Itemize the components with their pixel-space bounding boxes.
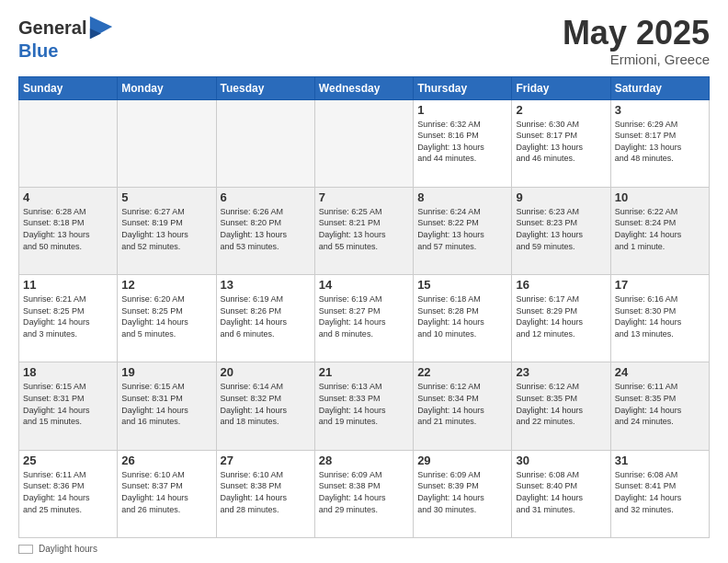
- day-info: Sunrise: 6:14 AM Sunset: 8:32 PM Dayligh…: [221, 381, 311, 427]
- table-row: 31Sunrise: 6:08 AM Sunset: 8:41 PM Dayli…: [610, 450, 709, 537]
- day-number: 1: [417, 103, 507, 117]
- table-row: 15Sunrise: 6:18 AM Sunset: 8:28 PM Dayli…: [414, 275, 512, 362]
- header-tuesday: Tuesday: [216, 76, 314, 99]
- table-row: [19, 99, 118, 187]
- table-row: 25Sunrise: 6:11 AM Sunset: 8:36 PM Dayli…: [19, 450, 118, 537]
- day-info: Sunrise: 6:17 AM Sunset: 8:29 PM Dayligh…: [516, 293, 606, 339]
- day-number: 10: [615, 190, 705, 204]
- day-info: Sunrise: 6:12 AM Sunset: 8:35 PM Dayligh…: [516, 381, 606, 427]
- day-number: 4: [23, 190, 113, 204]
- calendar-week-row: 11Sunrise: 6:21 AM Sunset: 8:25 PM Dayli…: [19, 275, 710, 362]
- table-row: 22Sunrise: 6:12 AM Sunset: 8:34 PM Dayli…: [414, 362, 512, 450]
- day-info: Sunrise: 6:12 AM Sunset: 8:34 PM Dayligh…: [417, 381, 507, 427]
- day-number: 13: [221, 278, 311, 292]
- day-number: 23: [516, 365, 606, 379]
- page: General Blue May 2025 Ermioni, Greece Su…: [0, 0, 728, 563]
- table-row: 5Sunrise: 6:27 AM Sunset: 8:19 PM Daylig…: [118, 187, 216, 274]
- day-info: Sunrise: 6:21 AM Sunset: 8:25 PM Dayligh…: [23, 293, 113, 339]
- day-number: 31: [615, 454, 705, 467]
- table-row: 21Sunrise: 6:13 AM Sunset: 8:33 PM Dayli…: [314, 362, 413, 450]
- table-row: 11Sunrise: 6:21 AM Sunset: 8:25 PM Dayli…: [19, 275, 118, 362]
- day-info: Sunrise: 6:28 AM Sunset: 8:18 PM Dayligh…: [23, 206, 113, 252]
- day-info: Sunrise: 6:29 AM Sunset: 8:17 PM Dayligh…: [615, 119, 705, 165]
- day-info: Sunrise: 6:08 AM Sunset: 8:40 PM Dayligh…: [516, 469, 606, 515]
- day-info: Sunrise: 6:15 AM Sunset: 8:31 PM Dayligh…: [23, 381, 113, 427]
- day-number: 8: [417, 190, 507, 204]
- calendar-week-row: 4Sunrise: 6:28 AM Sunset: 8:18 PM Daylig…: [19, 187, 710, 274]
- day-number: 28: [319, 454, 409, 467]
- day-info: Sunrise: 6:32 AM Sunset: 8:16 PM Dayligh…: [417, 119, 507, 165]
- day-number: 16: [516, 278, 606, 292]
- day-info: Sunrise: 6:22 AM Sunset: 8:24 PM Dayligh…: [615, 206, 705, 252]
- table-row: 8Sunrise: 6:24 AM Sunset: 8:22 PM Daylig…: [414, 187, 512, 274]
- day-info: Sunrise: 6:24 AM Sunset: 8:22 PM Dayligh…: [417, 206, 507, 252]
- day-info: Sunrise: 6:10 AM Sunset: 8:37 PM Dayligh…: [121, 469, 211, 515]
- table-row: [314, 99, 413, 187]
- daylight-box: [18, 545, 33, 554]
- day-number: 12: [121, 278, 211, 292]
- day-number: 9: [516, 190, 606, 204]
- table-row: 7Sunrise: 6:25 AM Sunset: 8:21 PM Daylig…: [314, 187, 413, 274]
- table-row: 27Sunrise: 6:10 AM Sunset: 8:38 PM Dayli…: [216, 450, 314, 537]
- day-number: 29: [417, 454, 507, 467]
- day-info: Sunrise: 6:09 AM Sunset: 8:39 PM Dayligh…: [417, 469, 507, 515]
- daylight-label: Daylight hours: [39, 544, 97, 554]
- table-row: 3Sunrise: 6:29 AM Sunset: 8:17 PM Daylig…: [610, 99, 709, 187]
- calendar-header-row: Sunday Monday Tuesday Wednesday Thursday…: [19, 76, 710, 99]
- day-number: 5: [121, 190, 211, 204]
- table-row: 13Sunrise: 6:19 AM Sunset: 8:26 PM Dayli…: [216, 275, 314, 362]
- day-info: Sunrise: 6:20 AM Sunset: 8:25 PM Dayligh…: [121, 293, 211, 339]
- table-row: 4Sunrise: 6:28 AM Sunset: 8:18 PM Daylig…: [19, 187, 118, 274]
- logo-general-text: General: [18, 17, 86, 38]
- day-info: Sunrise: 6:10 AM Sunset: 8:38 PM Dayligh…: [221, 469, 311, 515]
- location: Ermioni, Greece: [563, 52, 710, 67]
- header-wednesday: Wednesday: [314, 76, 413, 99]
- day-number: 30: [516, 454, 606, 467]
- day-info: Sunrise: 6:16 AM Sunset: 8:30 PM Dayligh…: [615, 293, 705, 339]
- day-number: 6: [221, 190, 311, 204]
- day-number: 22: [417, 365, 507, 379]
- logo: General Blue: [18, 15, 114, 61]
- logo-blue-text: Blue: [18, 40, 114, 61]
- footer: Daylight hours: [18, 544, 710, 554]
- month-year: May 2025: [563, 15, 710, 52]
- table-row: 10Sunrise: 6:22 AM Sunset: 8:24 PM Dayli…: [610, 187, 709, 274]
- calendar-table: Sunday Monday Tuesday Wednesday Thursday…: [18, 76, 710, 538]
- day-number: 3: [615, 103, 705, 117]
- header-friday: Friday: [512, 76, 610, 99]
- table-row: 12Sunrise: 6:20 AM Sunset: 8:25 PM Dayli…: [118, 275, 216, 362]
- day-info: Sunrise: 6:18 AM Sunset: 8:28 PM Dayligh…: [417, 293, 507, 339]
- table-row: 23Sunrise: 6:12 AM Sunset: 8:35 PM Dayli…: [512, 362, 610, 450]
- calendar-week-row: 25Sunrise: 6:11 AM Sunset: 8:36 PM Dayli…: [19, 450, 710, 537]
- header-monday: Monday: [118, 76, 216, 99]
- day-info: Sunrise: 6:09 AM Sunset: 8:38 PM Dayligh…: [319, 469, 409, 515]
- day-info: Sunrise: 6:30 AM Sunset: 8:17 PM Dayligh…: [516, 119, 606, 165]
- day-number: 20: [221, 365, 311, 379]
- day-number: 15: [417, 278, 507, 292]
- table-row: 17Sunrise: 6:16 AM Sunset: 8:30 PM Dayli…: [610, 275, 709, 362]
- table-row: 19Sunrise: 6:15 AM Sunset: 8:31 PM Dayli…: [118, 362, 216, 450]
- header: General Blue May 2025 Ermioni, Greece: [18, 15, 710, 67]
- table-row: 18Sunrise: 6:15 AM Sunset: 8:31 PM Dayli…: [19, 362, 118, 450]
- table-row: 16Sunrise: 6:17 AM Sunset: 8:29 PM Dayli…: [512, 275, 610, 362]
- day-info: Sunrise: 6:19 AM Sunset: 8:27 PM Dayligh…: [319, 293, 409, 339]
- day-info: Sunrise: 6:15 AM Sunset: 8:31 PM Dayligh…: [121, 381, 211, 427]
- header-sunday: Sunday: [19, 76, 118, 99]
- table-row: 29Sunrise: 6:09 AM Sunset: 8:39 PM Dayli…: [414, 450, 512, 537]
- day-number: 2: [516, 103, 606, 117]
- table-row: [118, 99, 216, 187]
- day-number: 26: [121, 454, 211, 467]
- table-row: 6Sunrise: 6:26 AM Sunset: 8:20 PM Daylig…: [216, 187, 314, 274]
- day-number: 7: [319, 190, 409, 204]
- day-number: 18: [23, 365, 113, 379]
- table-row: 2Sunrise: 6:30 AM Sunset: 8:17 PM Daylig…: [512, 99, 610, 187]
- day-number: 27: [221, 454, 311, 467]
- table-row: [216, 99, 314, 187]
- day-info: Sunrise: 6:26 AM Sunset: 8:20 PM Dayligh…: [221, 206, 311, 252]
- day-info: Sunrise: 6:23 AM Sunset: 8:23 PM Dayligh…: [516, 206, 606, 252]
- calendar-week-row: 1Sunrise: 6:32 AM Sunset: 8:16 PM Daylig…: [19, 99, 710, 187]
- day-number: 24: [615, 365, 705, 379]
- day-info: Sunrise: 6:11 AM Sunset: 8:36 PM Dayligh…: [23, 469, 113, 515]
- day-info: Sunrise: 6:08 AM Sunset: 8:41 PM Dayligh…: [615, 469, 705, 515]
- day-info: Sunrise: 6:11 AM Sunset: 8:35 PM Dayligh…: [615, 381, 705, 427]
